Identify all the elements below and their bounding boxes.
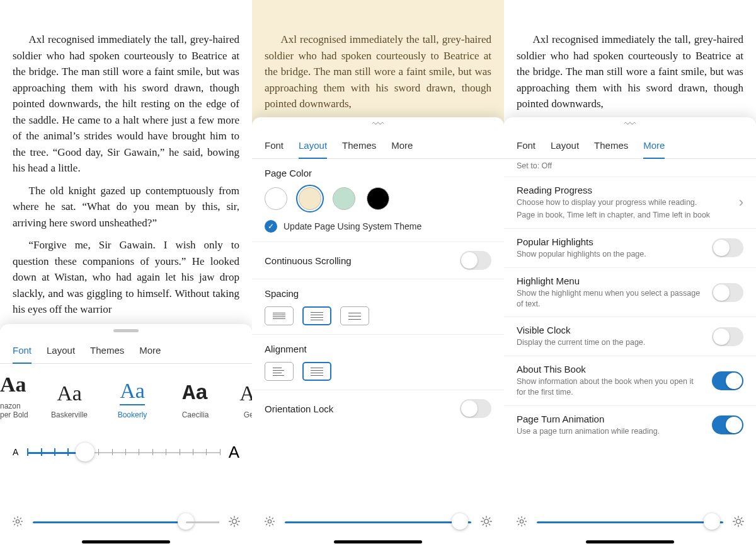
chevron-right-icon: ›	[739, 194, 743, 211]
svg-line-8	[14, 524, 15, 525]
tab-layout[interactable]: Layout	[551, 134, 579, 158]
font-option[interactable]: Aa Georg	[227, 381, 252, 419]
svg-point-45	[736, 520, 741, 524]
slider-thumb[interactable]	[178, 513, 194, 530]
tab-themes[interactable]: Themes	[594, 134, 628, 158]
svg-point-18	[268, 520, 271, 523]
spacing-normal[interactable]	[302, 306, 331, 325]
popular-highlights-row[interactable]: Popular Highlights Show popular highligh…	[504, 229, 756, 268]
home-indicator	[334, 540, 422, 543]
brightness-slider[interactable]	[285, 515, 471, 528]
toggle-visible-clock[interactable]	[712, 327, 743, 346]
more-list: Set to: Off Reading Progress Choose how …	[504, 159, 756, 444]
toggle-continuous-scrolling[interactable]	[460, 251, 491, 270]
highlight-menu-row[interactable]: Highlight Menu Show the highlight menu w…	[504, 268, 756, 318]
alignment-section: Alignment	[252, 335, 504, 390]
brightness-low-icon	[11, 515, 24, 528]
tab-more[interactable]: More	[391, 134, 413, 158]
color-swatch-black[interactable]	[367, 187, 389, 210]
font-option[interactable]: Aa Baskerville	[38, 381, 101, 419]
system-theme-row[interactable]: ✓ Update Page Using System Theme	[265, 220, 491, 233]
paragraph: Axl recognised immediately the tall, gre…	[13, 32, 239, 177]
brightness-slider[interactable]	[33, 515, 219, 528]
font-option[interactable]: Aa nazon per Bold	[0, 373, 38, 420]
toggle-about-this-book[interactable]	[712, 371, 743, 390]
tab-font[interactable]: Font	[13, 339, 32, 363]
brightness-high-icon	[480, 515, 493, 528]
section-label: Page Color	[265, 168, 491, 178]
svg-line-33	[489, 524, 490, 525]
tab-layout[interactable]: Layout	[299, 134, 327, 158]
svg-line-23	[266, 518, 267, 519]
visible-clock-row[interactable]: Visible Clock Display the current time o…	[504, 317, 756, 356]
brightness-slider[interactable]	[537, 515, 723, 528]
svg-line-17	[231, 524, 232, 525]
svg-line-14	[231, 518, 232, 519]
chevron-down-icon[interactable]: 〰	[504, 121, 756, 130]
tab-font[interactable]: Font	[265, 134, 284, 158]
toggle-orientation-lock[interactable]	[460, 399, 491, 418]
tab-themes[interactable]: Themes	[342, 134, 376, 158]
slider-track[interactable]	[27, 443, 219, 461]
align-justify[interactable]	[302, 362, 331, 381]
about-this-book-row[interactable]: About This Book Show information about t…	[504, 356, 756, 406]
screenshot-font-panel: Axl recognised immediately the tall, gre…	[0, 0, 252, 546]
slider-thumb[interactable]	[704, 513, 720, 530]
svg-line-16	[237, 518, 238, 519]
font-family-strip[interactable]: Aa nazon per Bold Aa Baskerville Aa Book…	[0, 364, 252, 424]
svg-line-32	[483, 518, 484, 519]
paragraph: “Forgive me, Sir Gawain. I wish only to …	[13, 237, 239, 318]
paragraph: Axl recognised immediately the tall, gre…	[517, 32, 743, 112]
tab-layout[interactable]: Layout	[47, 339, 75, 363]
toggle-highlight-menu[interactable]	[712, 283, 743, 302]
font-option[interactable]: Aa Caecilia	[164, 381, 227, 419]
color-swatch-green[interactable]	[333, 187, 355, 210]
paragraph: Axl recognised immediately the tall, gre…	[265, 32, 491, 112]
orientation-lock-row[interactable]: Orientation Lock	[252, 390, 504, 427]
svg-line-24	[272, 524, 273, 525]
svg-line-44	[518, 524, 519, 525]
svg-line-7	[20, 518, 21, 519]
align-left[interactable]	[265, 362, 294, 381]
tab-bar: Font Layout Themes More	[504, 130, 756, 159]
screenshot-more-panel: Axl recognised immediately the tall, gre…	[504, 0, 756, 546]
svg-line-50	[735, 518, 736, 519]
spacing-loose[interactable]	[340, 306, 369, 325]
tab-bar: Font Layout Themes More	[0, 335, 252, 364]
tab-more[interactable]: More	[139, 339, 161, 363]
color-swatch-sepia[interactable]	[299, 187, 321, 210]
book-text: Axl recognised immediately the tall, gre…	[0, 0, 252, 334]
svg-point-9	[232, 520, 237, 524]
font-option-selected[interactable]: Aa Bookerly	[101, 379, 164, 419]
reading-progress-row[interactable]: Reading Progress Choose how to display y…	[504, 177, 756, 229]
tab-themes[interactable]: Themes	[90, 339, 124, 363]
settings-sheet: 〰 Font Layout Themes More Page Color ✓ U…	[252, 117, 504, 546]
spacing-tight[interactable]	[265, 306, 294, 325]
svg-line-15	[237, 524, 238, 525]
slider-thumb[interactable]	[452, 513, 468, 530]
book-text: Axl recognised immediately the tall, gre…	[252, 0, 504, 132]
svg-line-42	[524, 524, 525, 525]
tab-font[interactable]: Font	[517, 134, 536, 158]
toggle-popular-highlights[interactable]	[712, 238, 743, 257]
brightness-high-icon	[732, 515, 745, 528]
svg-line-35	[483, 524, 484, 525]
checkmark-icon: ✓	[265, 220, 277, 233]
book-text: Axl recognised immediately the tall, gre…	[504, 0, 756, 132]
size-small-icon: A	[13, 447, 18, 457]
chevron-down-icon[interactable]: 〰	[252, 121, 504, 130]
color-swatch-white[interactable]	[265, 187, 287, 210]
slider-thumb[interactable]	[76, 443, 94, 462]
font-size-slider[interactable]: A A	[0, 424, 252, 470]
brightness-low-icon	[515, 515, 528, 528]
svg-line-25	[272, 518, 273, 519]
drag-handle-icon[interactable]	[113, 329, 139, 332]
settings-sheet: 〰 Font Layout Themes More Set to: Off Re…	[504, 117, 756, 546]
home-indicator	[82, 540, 170, 543]
page-turn-animation-row[interactable]: Page Turn Animation Use a page turn anim…	[504, 406, 756, 444]
toggle-page-turn-animation[interactable]	[712, 415, 743, 434]
system-theme-label: Update Page Using System Theme	[284, 221, 421, 231]
svg-line-41	[518, 518, 519, 519]
tab-more[interactable]: More	[643, 134, 665, 158]
continuous-scrolling-row[interactable]: Continuous Scrolling	[252, 242, 504, 279]
